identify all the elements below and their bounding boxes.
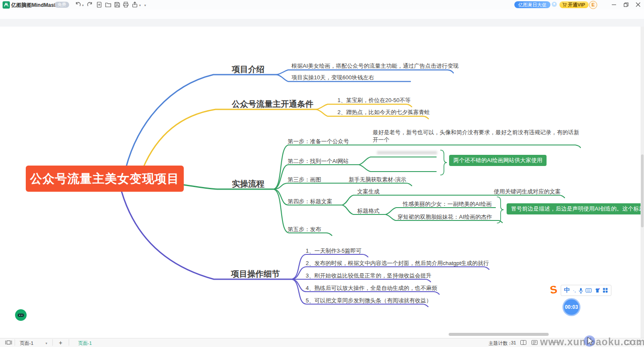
page-tab-active[interactable]: 页面-1 [78,340,92,347]
outline-view-icon[interactable] [532,340,538,345]
separator [52,339,53,346]
ime-punct-toggle[interactable]: ·, [573,288,576,293]
ime-language-toggle[interactable]: 中 [564,287,570,294]
separator [15,339,15,346]
topic[interactable]: 1、某宝刷，价位在20-50不等 [337,97,410,104]
page-panel-icon[interactable] [5,340,12,345]
topic-count-value: 31 [511,340,516,345]
topic[interactable]: 文案生成 [357,188,380,196]
topic[interactable]: 使用关键词生成对应的文案 [494,188,561,196]
ime-toolbar[interactable]: 中 ·, [561,285,611,296]
robot-icon [18,314,24,317]
topic[interactable]: 第一步：准备一个公众号 [288,138,349,145]
assistant-button[interactable] [15,309,27,321]
topic[interactable]: 标题格式 [357,207,380,215]
mouse-cursor [580,334,599,347]
recording-timer: 00:03 [562,298,580,316]
topic[interactable]: 2、发布的时候，根据文中内容选一个封面，然后简介用chatgpt生成的就行 [306,259,489,267]
topic[interactable]: 5、可以把文章同步发到微头条（有阅读就有收益） [306,297,431,305]
topic[interactable]: 根据AI美女绘画，搭配公众号的流量主功能，通过广告点击进行变现 [292,62,459,70]
brace-icon [440,150,447,175]
topic[interactable]: 项目实操10天，变现600块钱左右 [292,74,374,81]
topic-count-label: 主题计数： [489,340,512,347]
censored-text-blur [377,151,437,154]
topic[interactable]: 第五步：发布 [288,226,321,233]
callout-ai-sites[interactable]: 两个还不错的AI绘画网站供大家使用 [449,155,547,166]
topic[interactable]: 新手无脑获取素材-演示 [349,176,406,184]
topic[interactable]: 3、刚开始收益比较低是正常的，坚持做收益会提升 [306,272,431,280]
add-page-button[interactable]: + [59,339,62,346]
branch-intro[interactable]: 项目介绍 [232,64,264,75]
branch-details[interactable]: 项目操作细节 [231,269,280,280]
root-topic[interactable]: 公众号流量主美女变现项目 [26,166,184,192]
branch-process[interactable]: 实操流程 [232,178,264,190]
topic[interactable]: 2、蹭热点，比如今天的七夕孤寡青蛙 [337,109,430,116]
topic[interactable]: 穿短裙的双胞胎姐妹花：AI绘画的杰作 [398,213,492,221]
branch-conditions[interactable]: 公众号流量主开通条件 [232,99,313,110]
topic[interactable]: 性感美丽的少女：一副绝美的AI绘画 [403,200,492,208]
keyboard-icon[interactable] [586,288,592,293]
page-selector[interactable]: 页面-1 [20,340,33,347]
callout-title-format[interactable]: 冒号前边是描述，后边是声明使用AI创造的。这个标题格 [507,203,644,214]
skin-icon[interactable] [595,288,600,293]
topic[interactable]: 第二步：找到一个AI网站 [288,157,349,165]
topic[interactable]: 4、熟练后可以放大操作，全是自动生成的，也不麻烦 [306,284,437,292]
topic[interactable]: 最好是老号，新号也可以，头像和简介没有要求，最好之前没有违规记录，有的话新开一个 [373,129,581,143]
topic[interactable]: 1、一天制作3-5篇即可 [306,247,361,255]
brace-icon [497,197,504,223]
toolbox-grid-icon[interactable] [603,288,608,293]
separator [69,339,69,346]
page-selector-caret-icon[interactable]: ▾ [46,341,47,345]
horizontal-scrollbar[interactable] [449,333,549,336]
topic[interactable]: 第三步：画图 [288,176,321,184]
mic-icon[interactable] [579,288,583,293]
topic[interactable]: 第四步：标题文案 [288,198,332,205]
split-view-icon[interactable] [520,340,526,345]
vertical-scrollbar-thumb[interactable] [641,154,644,227]
